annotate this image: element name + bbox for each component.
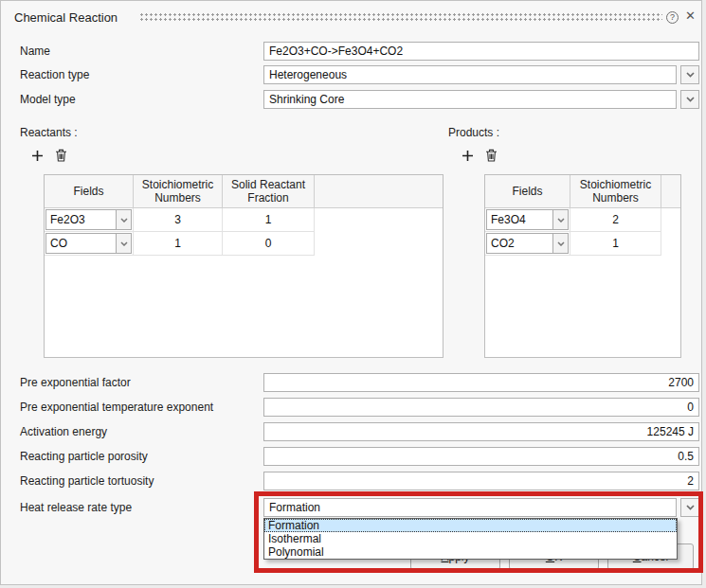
option-polynomial[interactable]: Polynomial xyxy=(264,545,677,559)
products-section-title: Products : xyxy=(448,126,499,139)
reactant-stoichiometric-cell[interactable]: 1 xyxy=(134,232,223,256)
chevron-down-icon[interactable] xyxy=(117,209,132,230)
dialog-title: Chemical Reaction xyxy=(14,10,118,25)
plus-icon xyxy=(31,150,44,162)
table-row: CO2 1 xyxy=(485,232,680,256)
table-row: Fe2O3 3 1 xyxy=(45,208,443,232)
chemical-reaction-dialog: Chemical Reaction ? ✕ Name Fe2O3+CO->Fe3… xyxy=(0,0,702,585)
reactants-table: Fields Stoichiometric Numbers Solid Reac… xyxy=(44,174,444,358)
model-type-dropdown-button[interactable] xyxy=(680,90,699,109)
name-label: Name xyxy=(20,42,50,61)
heat-release-rate-type-label: Heat release rate type xyxy=(20,498,132,517)
empty-cell xyxy=(315,208,443,232)
table-row: Fe3O4 2 xyxy=(485,208,680,232)
products-add-button[interactable] xyxy=(459,147,476,164)
reactants-table-header: Fields Stoichiometric Numbers Solid Reac… xyxy=(45,175,443,208)
help-icon[interactable]: ? xyxy=(666,11,679,24)
heat-release-options-popup: Formation Isothermal Polynomial xyxy=(263,518,678,560)
reactants-col-fields: Fields xyxy=(45,175,134,207)
option-formation[interactable]: Formation xyxy=(264,519,677,532)
chevron-down-icon[interactable] xyxy=(117,233,132,254)
reactant-field-select[interactable]: CO xyxy=(45,232,134,256)
reactants-col-stoichiometric: Stoichiometric Numbers xyxy=(134,175,223,207)
product-stoichiometric-cell[interactable]: 2 xyxy=(570,208,661,232)
chevron-down-icon[interactable] xyxy=(553,233,569,254)
reactant-solid-fraction-cell[interactable]: 0 xyxy=(223,232,315,256)
reacting-particle-tortuosity-label: Reacting particle tortuosity xyxy=(20,472,154,490)
name-input[interactable]: Fe2O3+CO->Fe3O4+CO2 xyxy=(263,42,699,61)
products-col-stoichiometric: Stoichiometric Numbers xyxy=(570,175,661,207)
chevron-down-icon xyxy=(686,72,695,78)
drag-grip-dots[interactable] xyxy=(139,12,662,22)
reaction-type-select[interactable]: Heterogeneous xyxy=(263,65,677,84)
reactants-delete-button[interactable] xyxy=(52,147,69,164)
reactant-field-value[interactable]: Fe2O3 xyxy=(45,209,117,230)
reactant-stoichiometric-cell[interactable]: 3 xyxy=(134,208,223,232)
close-icon[interactable]: ✕ xyxy=(685,9,696,24)
product-field-value[interactable]: CO2 xyxy=(486,233,553,254)
reactant-field-select[interactable]: Fe2O3 xyxy=(45,208,134,232)
pre-exponential-temperature-exponent-input[interactable]: 0 xyxy=(263,398,699,417)
plus-icon xyxy=(462,150,474,162)
pre-exponential-temperature-exponent-label: Pre exponential temperature exponent xyxy=(20,398,213,417)
product-field-select[interactable]: Fe3O4 xyxy=(485,208,570,232)
reactant-solid-fraction-cell[interactable]: 1 xyxy=(223,208,315,232)
products-table-header: Fields Stoichiometric Numbers xyxy=(485,175,680,208)
trash-icon xyxy=(55,149,67,162)
trash-icon xyxy=(485,149,498,162)
pre-exponential-factor-label: Pre exponential factor xyxy=(20,373,131,392)
model-type-label: Model type xyxy=(20,90,76,109)
products-delete-button[interactable] xyxy=(482,147,499,164)
chevron-down-icon[interactable] xyxy=(553,209,569,230)
table-row: CO 1 0 xyxy=(45,232,443,256)
products-col-empty xyxy=(661,175,680,207)
product-field-select[interactable]: CO2 xyxy=(485,232,570,256)
chevron-down-icon xyxy=(686,505,695,510)
reacting-particle-porosity-input[interactable]: 0.5 xyxy=(263,447,699,466)
heat-release-dropdown-button[interactable] xyxy=(680,498,699,517)
reactants-col-empty xyxy=(315,175,443,207)
reactant-field-value[interactable]: CO xyxy=(45,233,117,254)
activation-energy-input[interactable]: 125245 J xyxy=(263,422,699,441)
product-stoichiometric-cell[interactable]: 1 xyxy=(570,232,661,256)
empty-cell xyxy=(661,232,680,256)
pre-exponential-factor-input[interactable]: 2700 xyxy=(263,373,699,392)
empty-cell xyxy=(315,232,443,256)
product-field-value[interactable]: Fe3O4 xyxy=(486,209,553,230)
reactants-col-solid-fraction: Solid Reactant Fraction xyxy=(223,175,315,207)
reactants-add-button[interactable] xyxy=(28,147,45,164)
products-col-fields: Fields xyxy=(485,175,570,207)
reacting-particle-porosity-label: Reacting particle porosity xyxy=(20,447,148,466)
empty-cell xyxy=(661,208,680,232)
chevron-down-icon xyxy=(686,97,695,102)
activation-energy-label: Activation energy xyxy=(20,422,107,441)
reactants-section-title: Reactants : xyxy=(20,126,78,139)
heat-release-rate-type-select[interactable]: Formation xyxy=(263,498,677,517)
products-table: Fields Stoichiometric Numbers Fe3O4 2 CO… xyxy=(484,174,681,358)
reaction-type-label: Reaction type xyxy=(20,65,89,84)
reaction-type-dropdown-button[interactable] xyxy=(680,65,699,84)
reacting-particle-tortuosity-input[interactable]: 2 xyxy=(263,472,699,490)
model-type-select[interactable]: Shrinking Core xyxy=(263,90,677,109)
option-isothermal[interactable]: Isothermal xyxy=(264,532,677,545)
